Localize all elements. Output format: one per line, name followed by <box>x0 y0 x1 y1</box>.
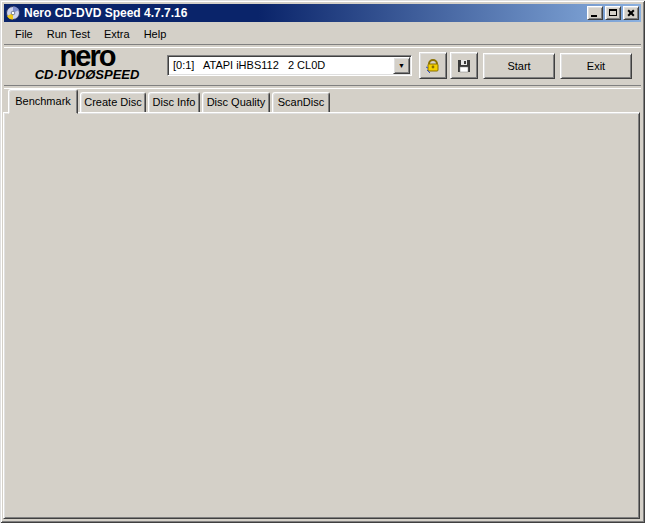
start-button-label: Start <box>507 60 530 72</box>
app-window: Nero CD-DVD Speed 4.7.7.16 FileRun TestE… <box>0 0 645 523</box>
tab-scandisc[interactable]: ScanDisc <box>272 92 330 113</box>
eject-icon <box>425 58 441 74</box>
minimize-button[interactable] <box>587 6 603 20</box>
drive-select-value: [0:1] ATAPI iHBS112 2 CL0D <box>173 59 325 71</box>
benchmark-tab-page <box>3 112 640 519</box>
cdvdspeed-logo-word: CD·DVDØSPEED <box>12 68 162 82</box>
drive-select[interactable]: [0:1] ATAPI iHBS112 2 CL0D ▼ <box>167 55 412 76</box>
maximize-button[interactable] <box>605 6 621 20</box>
menu-item-file[interactable]: File <box>8 26 40 42</box>
eject-button[interactable] <box>419 52 447 79</box>
tab-benchmark[interactable]: Benchmark <box>8 89 78 114</box>
title-bar[interactable]: Nero CD-DVD Speed 4.7.7.16 <box>4 4 641 22</box>
window-title: Nero CD-DVD Speed 4.7.7.16 <box>24 6 187 20</box>
tab-disc-info[interactable]: Disc Info <box>148 92 200 113</box>
save-icon <box>456 58 472 74</box>
nero-logo-word: nero <box>12 44 162 68</box>
exit-button[interactable]: Exit <box>560 53 632 79</box>
exit-button-label: Exit <box>587 60 605 72</box>
tab-disc-quality[interactable]: Disc Quality <box>202 92 270 113</box>
nero-logo: nero CD·DVDØSPEED <box>12 44 162 84</box>
start-button[interactable]: Start <box>483 53 555 79</box>
drive-select-dropdown-button[interactable]: ▼ <box>393 57 410 74</box>
minimize-icon <box>591 15 597 17</box>
tab-create-disc[interactable]: Create Disc <box>80 92 146 113</box>
save-button[interactable] <box>450 52 478 79</box>
app-disc-icon <box>6 6 20 20</box>
toolbar-separator <box>4 85 641 89</box>
chevron-down-icon: ▼ <box>398 62 405 69</box>
menu-item-help[interactable]: Help <box>137 26 174 42</box>
maximize-icon <box>609 9 617 16</box>
close-button[interactable] <box>623 6 639 20</box>
